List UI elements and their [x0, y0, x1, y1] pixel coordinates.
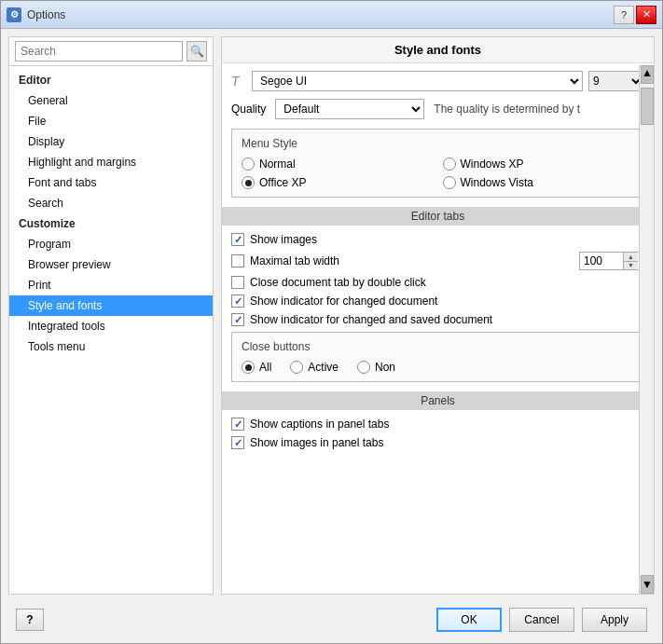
sidebar: 🔍 Editor General File Display Highlight … [8, 36, 214, 595]
close-buttons-title: Close buttons [242, 340, 634, 353]
close-radio-row: All Active Non [242, 361, 634, 374]
sidebar-item-integrated-tools[interactable]: Integrated tools [9, 316, 213, 336]
help-title-button[interactable]: ? [614, 6, 634, 24]
scrollbar[interactable]: ▲ ▼ [639, 65, 654, 594]
radio-label-officexp: Office XP [259, 176, 306, 189]
quality-select[interactable]: Default [275, 99, 424, 119]
sidebar-item-style-fonts[interactable]: Style and fonts [9, 295, 213, 316]
checkbox-images-panel-label: Show images in panel tabs [250, 436, 383, 449]
sidebar-section-customize: Customize [9, 213, 213, 234]
scroll-up-btn[interactable]: ▲ [641, 65, 654, 84]
window-title: Options [27, 8, 65, 21]
checkbox-indicator-saved-box[interactable] [231, 313, 244, 326]
radio-label-close-active: Active [308, 361, 338, 374]
sidebar-item-program[interactable]: Program [9, 234, 213, 254]
checkbox-close-dbl-click-label: Close document tab by double click [250, 276, 426, 289]
radio-officexp[interactable]: Office XP [242, 176, 434, 189]
sidebar-item-display[interactable]: Display [9, 131, 213, 152]
radio-label-normal: Normal [259, 158, 296, 171]
cancel-button[interactable]: Cancel [509, 608, 574, 632]
panels-label: Panels [421, 394, 455, 407]
sidebar-item-font-tabs[interactable]: Font and tabs [9, 172, 213, 193]
quality-row: Quality Default The quality is determine… [231, 99, 644, 119]
main-content: 🔍 Editor General File Display Highlight … [8, 36, 655, 595]
radio-normal[interactable]: Normal [242, 158, 434, 171]
checkbox-show-images-box[interactable] [231, 233, 244, 246]
radio-windowsvista[interactable]: Windows Vista [443, 176, 635, 189]
radio-windowsxp[interactable]: Windows XP [443, 158, 635, 171]
radio-label-close-all: All [259, 361, 271, 374]
ok-button[interactable]: OK [436, 608, 502, 632]
search-button[interactable]: 🔍 [186, 41, 207, 62]
quality-label: Quality [231, 103, 266, 116]
radio-btn-windowsvista[interactable] [443, 176, 456, 189]
radio-label-windowsxp: Windows XP [461, 158, 524, 171]
checkbox-max-tab-width-box[interactable] [231, 254, 244, 267]
checkbox-indicator-changed-box[interactable] [231, 295, 244, 308]
footer: ? OK Cancel Apply [8, 602, 655, 636]
radio-btn-officexp[interactable] [242, 176, 255, 189]
radio-close-active[interactable]: Active [290, 361, 338, 374]
sidebar-item-print[interactable]: Print [9, 275, 213, 295]
help-button[interactable]: ? [16, 609, 44, 631]
footer-action-buttons: OK Cancel Apply [436, 608, 647, 632]
radio-label-windowsvista: Windows Vista [461, 176, 533, 189]
radio-label-close-non: Non [375, 361, 395, 374]
checkbox-captions-box[interactable] [231, 418, 244, 431]
editor-tabs-bar: Editor tabs [222, 207, 654, 226]
close-title-button[interactable]: ✕ [636, 6, 656, 24]
scroll-down-btn[interactable]: ▼ [641, 575, 654, 594]
max-tab-width-spinner[interactable]: ▲ ▼ [579, 252, 644, 270]
font-family-select[interactable]: Segoe UI [252, 71, 583, 91]
editor-tabs-label: Editor tabs [411, 210, 464, 223]
menu-style-title: Menu Style [242, 137, 634, 150]
spinner-up[interactable]: ▲ [624, 253, 638, 262]
font-icon: T [231, 74, 246, 89]
checkbox-indicator-saved[interactable]: Show indicator for changed and saved doc… [231, 313, 644, 326]
radio-btn-close-non[interactable] [357, 361, 370, 374]
search-box: 🔍 [9, 37, 213, 66]
radio-btn-close-active[interactable] [290, 361, 303, 374]
checkbox-captions[interactable]: Show captions in panel tabs [231, 418, 644, 431]
checkbox-indicator-changed-label: Show indicator for changed document [250, 295, 437, 308]
content-title: Style and fonts [222, 37, 654, 63]
checkbox-indicator-saved-label: Show indicator for changed and saved doc… [250, 313, 492, 326]
checkbox-indicator-changed[interactable]: Show indicator for changed document [231, 295, 644, 308]
sidebar-item-tools-menu[interactable]: Tools menu [9, 336, 213, 357]
menu-style-options: Normal Windows XP Office XP [242, 158, 634, 189]
sidebar-item-file[interactable]: File [9, 111, 213, 131]
radio-close-non[interactable]: Non [357, 361, 395, 374]
sidebar-item-browser-preview[interactable]: Browser preview [9, 254, 213, 275]
title-bar-buttons: ? ✕ [614, 6, 656, 24]
checkbox-show-images[interactable]: Show images [231, 233, 644, 246]
checkbox-images-panel[interactable]: Show images in panel tabs [231, 436, 644, 449]
apply-button[interactable]: Apply [582, 608, 647, 632]
checkbox-captions-label: Show captions in panel tabs [250, 418, 389, 431]
sidebar-item-search[interactable]: Search [9, 193, 213, 213]
quality-description: The quality is determined by t [434, 103, 580, 116]
window-icon: ⚙ [7, 7, 21, 22]
checkbox-images-panel-box[interactable] [231, 436, 244, 449]
scroll-thumb[interactable] [641, 88, 654, 125]
checkbox-close-dbl-click-box[interactable] [231, 276, 244, 289]
checkbox-max-tab-width-label: Maximal tab width [250, 254, 339, 267]
title-bar: ⚙ Options ? ✕ [1, 1, 662, 29]
radio-btn-normal[interactable] [242, 158, 255, 171]
radio-btn-windowsxp[interactable] [443, 158, 456, 171]
font-row: T Segoe UI 9 [231, 71, 644, 91]
max-tab-width-input[interactable] [580, 253, 623, 269]
search-input[interactable] [15, 41, 183, 62]
sidebar-item-highlight[interactable]: Highlight and margins [9, 152, 213, 172]
sidebar-item-general[interactable]: General [9, 90, 213, 111]
sidebar-nav: Editor General File Display Highlight an… [9, 66, 213, 594]
checkbox-close-dbl-click[interactable]: Close document tab by double click [231, 276, 644, 289]
spinner-down[interactable]: ▼ [624, 262, 638, 270]
sidebar-section-editor: Editor [9, 70, 213, 90]
panels-bar: Panels [222, 391, 654, 410]
options-window: ⚙ Options ? ✕ 🔍 Editor General File Disp… [0, 0, 663, 644]
menu-style-group: Menu Style Normal Windows XP [231, 129, 644, 198]
radio-close-all[interactable]: All [242, 361, 271, 374]
radio-btn-close-all[interactable] [242, 361, 255, 374]
title-bar-left: ⚙ Options [7, 7, 65, 22]
font-size-select[interactable]: 9 [588, 71, 644, 91]
